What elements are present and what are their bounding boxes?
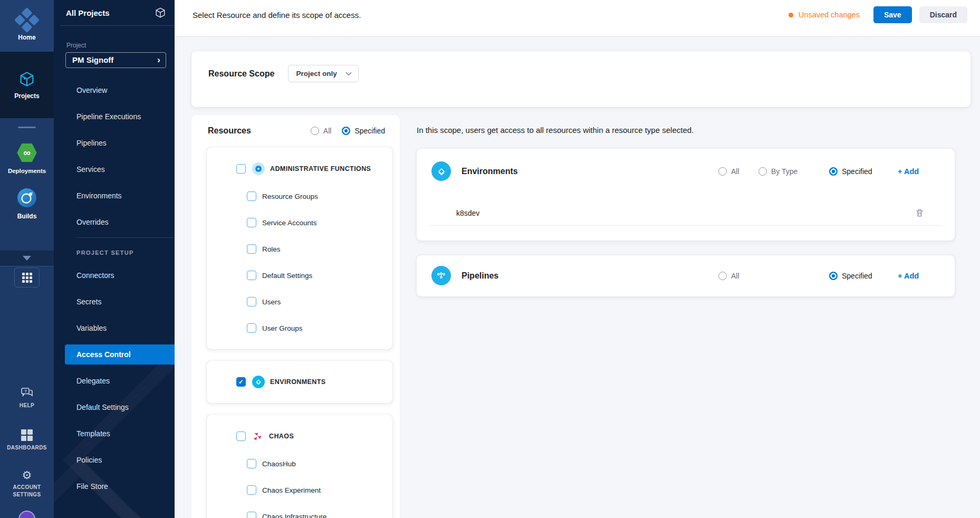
environments-radio-all[interactable]: All	[718, 161, 739, 181]
project-sidebar: All Projects Project PM Signoff › Overvi…	[54, 0, 175, 518]
environments-radio-specified[interactable]: Specified	[829, 161, 872, 181]
nav-item-environments[interactable]: Environments	[54, 183, 175, 209]
environments-radio-by-type[interactable]: By Type	[758, 161, 798, 181]
rail-deployments-label: Deployments	[8, 168, 46, 174]
rail-item-builds[interactable]: Builds	[0, 181, 54, 226]
environments-icon	[431, 161, 451, 181]
nav-item-default-settings[interactable]: Default Settings	[54, 394, 175, 420]
rail-item-home[interactable]: Home	[0, 0, 54, 52]
module-switcher-button[interactable]	[14, 267, 40, 287]
module-collapse-band[interactable]	[0, 251, 54, 266]
checkbox-chaos-infrastructure[interactable]	[247, 512, 256, 518]
checkbox-service-accounts[interactable]	[247, 218, 256, 227]
nav-item-pipeline-executions[interactable]: Pipeline Executions	[54, 103, 175, 130]
home-icon	[14, 7, 40, 32]
nav-item-pipelines[interactable]: Pipelines	[54, 130, 175, 156]
environment-item-name: k8sdev	[456, 209, 479, 217]
group-chaos: CHAOS ChaosHub Chaos Experiment	[207, 415, 392, 518]
nav-item-file-store[interactable]: File Store	[54, 473, 175, 500]
nav-item-variables[interactable]: Variables	[54, 315, 175, 341]
apps-grid-icon	[22, 273, 32, 283]
rail-account-label: ACCOUNT SETTINGS	[13, 484, 41, 498]
child-default-settings: Default Settings	[207, 262, 392, 289]
card-title: Environments	[462, 167, 518, 176]
radio-icon	[758, 167, 767, 176]
radio-icon	[718, 167, 727, 176]
nav-item-access-control[interactable]: Access Control	[65, 344, 175, 364]
builds-icon	[17, 188, 37, 208]
pipelines-add-button[interactable]: + Add	[898, 266, 919, 285]
child-chaos-infrastructure: Chaos Infrastructure	[207, 503, 392, 518]
checkbox-users[interactable]	[247, 297, 256, 306]
rail-item-help[interactable]: ? HELP	[20, 386, 34, 409]
cube-icon[interactable]	[155, 7, 166, 18]
checkbox-administrative-functions[interactable]	[236, 164, 246, 174]
main-area: Select Resource and define its scope of …	[175, 0, 980, 518]
nav-item-connectors[interactable]: Connectors	[54, 262, 175, 289]
checkbox-chaoshub[interactable]	[247, 459, 256, 468]
checkbox-roles[interactable]	[247, 244, 256, 254]
resources-panel: Resources All Specified	[191, 115, 400, 518]
rail-projects-label: Projects	[14, 92, 39, 100]
chaos-icon	[251, 430, 264, 443]
resource-scope-dropdown[interactable]: Project only	[288, 65, 358, 82]
resource-scope-card: Resource Scope Project only	[191, 51, 971, 107]
rail-item-account-settings[interactable]: ⚙ ACCOUNT SETTINGS	[13, 470, 41, 498]
save-button[interactable]: Save	[873, 6, 912, 23]
discard-button[interactable]: Discard	[919, 6, 967, 23]
rail-dashboards-label: DASHBOARDS	[7, 444, 47, 452]
checkbox-user-groups[interactable]	[247, 323, 256, 333]
pipelines-icon	[431, 266, 451, 285]
chevron-right-icon: ›	[157, 56, 160, 64]
nav-item-templates[interactable]: Templates	[54, 420, 175, 447]
rail-item-deployments[interactable]: ∞ Deployments	[0, 136, 54, 181]
child-service-accounts: Service Accounts	[207, 209, 392, 236]
rail-item-projects[interactable]: Projects	[0, 52, 54, 118]
checkbox-environments[interactable]	[236, 377, 246, 387]
group-environments: ENVIRONMENTS	[207, 361, 392, 403]
child-chaoshub: ChaosHub	[207, 450, 392, 477]
nav-item-overrides[interactable]: Overrides	[54, 209, 175, 235]
nav-item-policies[interactable]: Policies	[54, 447, 175, 473]
project-label: Project	[66, 42, 175, 49]
child-roles: Roles	[207, 236, 392, 262]
resource-scope-label: Resource Scope	[208, 69, 274, 79]
user-avatar[interactable]	[18, 511, 35, 518]
environments-icon	[252, 376, 265, 388]
delete-trash-icon[interactable]	[915, 208, 925, 218]
checkbox-default-settings[interactable]	[247, 271, 256, 280]
child-users: Users	[207, 289, 392, 315]
checkbox-resource-groups[interactable]	[247, 191, 256, 201]
rail-help-label: HELP	[20, 402, 34, 409]
child-chaos-experiment: Chaos Experiment	[207, 477, 392, 503]
pipelines-card: Pipelines All Specified + Add	[417, 255, 955, 296]
nav-item-delegates[interactable]: Delegates	[54, 368, 175, 394]
content-area: Resource Scope Project only Resources Al…	[175, 37, 980, 518]
checkbox-chaos[interactable]	[236, 431, 246, 441]
project-selector[interactable]: PM Signoff ›	[65, 52, 166, 68]
card-title: Pipelines	[462, 271, 498, 281]
resource-scope-value: Project only	[296, 70, 337, 78]
environments-add-button[interactable]: + Add	[898, 161, 919, 181]
nav-item-services[interactable]: Services	[54, 156, 175, 183]
resources-radio-specified[interactable]: Specified	[342, 127, 385, 135]
radio-icon	[718, 272, 727, 280]
radio-checked-icon	[829, 272, 838, 280]
scope-note: In this scope, users get access to all r…	[417, 126, 694, 135]
nav-item-secrets[interactable]: Secrets	[54, 289, 175, 315]
all-projects-link[interactable]: All Projects	[66, 8, 110, 17]
rail-bottom-group: ? HELP DASHBOARDS ⚙ ACCOUNT SETTINGS	[0, 386, 54, 518]
rail-item-dashboards[interactable]: DASHBOARDS	[7, 429, 47, 452]
nav-divider	[76, 237, 175, 238]
checkbox-chaos-experiment[interactable]	[247, 485, 256, 495]
resources-radio-group: All Specified	[311, 127, 385, 135]
pipelines-radio-specified[interactable]: Specified	[829, 266, 872, 285]
resources-radio-all[interactable]: All	[311, 127, 332, 135]
chevron-down-icon	[23, 256, 31, 261]
nav-item-overview[interactable]: Overview	[54, 77, 175, 103]
group-administrative-functions: ADMINISTRATIVE FUNCTIONS Resource Groups…	[207, 147, 392, 349]
page-toolbar: Select Resource and define its scope of …	[175, 0, 980, 37]
pipelines-radio-all[interactable]: All	[718, 266, 739, 285]
project-setup-header: PROJECT SETUP	[76, 250, 175, 256]
child-resource-groups: Resource Groups	[207, 183, 392, 209]
